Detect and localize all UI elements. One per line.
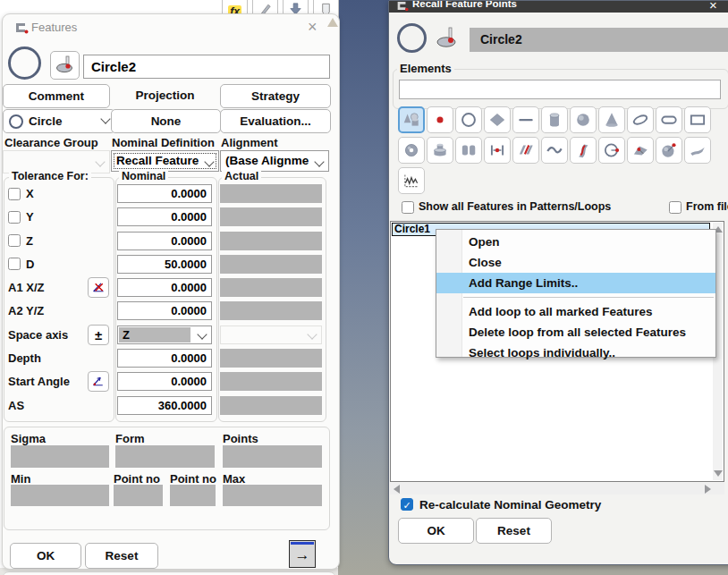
tolerance-y-checkbox[interactable]: [8, 211, 21, 224]
freeform-surface-icon[interactable]: [684, 137, 711, 164]
feature-name-input[interactable]: [83, 55, 330, 79]
actual-space-axis-dropdown: [220, 326, 322, 344]
feature-name-display: Circle2: [470, 28, 728, 52]
comment-button[interactable]: Comment: [3, 84, 110, 108]
nominal-value-input[interactable]: [117, 372, 212, 391]
sphere-icon[interactable]: [570, 106, 597, 133]
nominal-row: [117, 278, 213, 297]
point-icon[interactable]: [427, 106, 453, 133]
ok-button[interactable]: OK: [10, 543, 81, 569]
alignment-dropdown[interactable]: (Base Alignme: [220, 150, 329, 172]
scroll-left-icon[interactable]: [394, 485, 400, 494]
evaluation-button[interactable]: Evaluation...: [220, 109, 331, 133]
tolerance-row-label: Depth: [8, 351, 41, 365]
nominal-value-input[interactable]: [117, 207, 212, 226]
plane-icon[interactable]: [484, 106, 511, 133]
nominal-value-input[interactable]: [117, 184, 212, 203]
menu-item-add-range-limits[interactable]: Add Range Limits..: [436, 273, 715, 293]
nominal-group-label: Nominal: [119, 170, 168, 182]
close-icon[interactable]: ×: [308, 19, 317, 35]
actual-group-label: Actual: [222, 170, 261, 182]
horizontal-scrollbar[interactable]: [390, 483, 724, 495]
clearance-group-label: Clearance Group: [4, 136, 98, 149]
nominal-value-input[interactable]: [117, 232, 212, 250]
circle-icon[interactable]: [455, 106, 482, 133]
actual-fields: [220, 184, 322, 419]
probe-icon: [434, 26, 461, 55]
actual-row: [220, 232, 322, 250]
angle-cross-icon[interactable]: [88, 277, 109, 298]
from-file-label: From file ...: [686, 200, 728, 213]
distance-icon[interactable]: [484, 137, 511, 164]
circle-icon: [9, 114, 23, 129]
profile-icon[interactable]: [398, 167, 425, 194]
cylinder-pair-icon[interactable]: [455, 137, 482, 164]
nominal-row: [117, 207, 213, 226]
tolerance-x-checkbox[interactable]: [8, 188, 21, 200]
tolerance-d-checkbox[interactable]: [8, 258, 21, 270]
curve-icon[interactable]: [541, 137, 568, 164]
nominal-row: [117, 372, 213, 391]
tolerance-row-label: A2 Y/Z: [8, 304, 44, 317]
circle-point-icon[interactable]: [598, 137, 625, 164]
nominal-value-input[interactable]: [117, 301, 212, 320]
tolerance-row: X: [7, 184, 111, 203]
tolerance-z-checkbox[interactable]: [8, 234, 21, 247]
nominal-value-input[interactable]: [117, 278, 212, 297]
menu-item-close[interactable]: Close: [436, 252, 715, 273]
from-file-checkbox[interactable]: [669, 201, 681, 214]
projection-none-button[interactable]: None: [111, 109, 221, 133]
nominal-definition-dropdown[interactable]: Recall Feature: [111, 150, 219, 172]
symmetry-plane-icon[interactable]: [512, 137, 539, 164]
plus-minus-button[interactable]: ±: [88, 325, 109, 345]
tolerance-row-label: X: [26, 187, 34, 200]
rectangle-icon[interactable]: [684, 106, 711, 133]
menu-item-select-loops-individually[interactable]: Select loops individually..: [436, 342, 715, 363]
probe-icon[interactable]: [50, 51, 80, 80]
slot-icon[interactable]: [656, 106, 682, 133]
space-axis-dropdown[interactable]: Z: [117, 326, 212, 344]
elements-input[interactable]: [399, 80, 721, 99]
next-feature-button[interactable]: →: [289, 540, 316, 568]
nominal-definition-value: Recall Feature: [116, 154, 199, 167]
cylinder-icon[interactable]: [541, 106, 568, 133]
close-icon[interactable]: ×: [709, 1, 717, 13]
cone-icon[interactable]: [598, 106, 625, 133]
tolerance-row: A2 Y/Z: [7, 301, 111, 320]
feature-type-dropdown[interactable]: Circle: [3, 109, 115, 133]
strategy-button[interactable]: Strategy: [220, 84, 331, 108]
plane-point-icon[interactable]: [627, 137, 654, 164]
points-value-box: [223, 445, 322, 468]
feature-type-circle-icon: [397, 23, 427, 53]
nominal-value-input[interactable]: [117, 396, 212, 415]
ok-button[interactable]: OK: [398, 518, 474, 544]
point-no-label: Point no: [170, 472, 216, 486]
actual-value-box: [220, 301, 322, 320]
show-all-features-checkbox[interactable]: [402, 201, 414, 214]
nominal-value-input[interactable]: [117, 349, 212, 368]
sphere-point-icon[interactable]: [656, 137, 682, 164]
line-icon[interactable]: [512, 106, 539, 133]
menu-item-open[interactable]: Open: [436, 232, 715, 252]
scroll-down-icon[interactable]: [714, 470, 723, 477]
app-logo-icon: [395, 1, 409, 13]
all-features-icon[interactable]: [398, 106, 425, 133]
step-cylinder-icon[interactable]: [427, 137, 453, 164]
scroll-right-icon[interactable]: [705, 485, 711, 494]
start-angle-icon[interactable]: [88, 371, 109, 392]
recalculate-checkbox[interactable]: ✓: [401, 498, 413, 511]
tolerance-for-group-label: Tolerance For:: [9, 170, 91, 182]
ellipse-icon[interactable]: [627, 106, 654, 133]
space-curve-icon[interactable]: [570, 137, 597, 164]
scroll-up-icon[interactable]: [327, 18, 338, 27]
reset-button[interactable]: Reset: [85, 543, 158, 569]
menu-item-add-loop-to-all-marked-features[interactable]: Add loop to all marked Features: [436, 301, 715, 322]
torus-icon[interactable]: [398, 137, 425, 164]
nominal-row: [117, 255, 213, 274]
reset-button[interactable]: Reset: [476, 518, 552, 544]
dialog-title: Recall Feature Points: [412, 1, 517, 9]
nominal-value-input[interactable]: [117, 255, 212, 274]
menu-item-delete-loop-from-all-selected-features[interactable]: Delete loop from all selected Features: [436, 322, 715, 342]
tolerance-row-label: Space axis: [8, 328, 68, 342]
tolerance-row: A1 X/Z: [7, 278, 111, 297]
